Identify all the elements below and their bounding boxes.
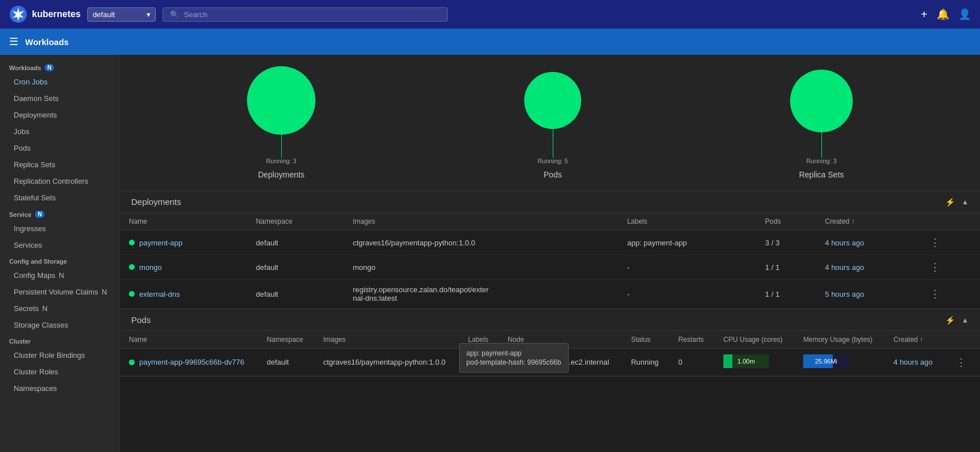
deployment-name-link[interactable]: external-dns [139,290,180,298]
kubernetes-logo-icon [9,5,27,23]
deployment-created-cell: 5 hours ago [816,280,917,309]
pods-collapse-icon[interactable]: ▲ [962,316,969,324]
pods-table-head: Name Namespace Images Labels Node Status… [120,331,980,349]
deployment-created-cell: 4 hours ago [816,255,917,280]
deployment-created-link[interactable]: 4 hours ago [825,263,864,272]
namespace-selector[interactable]: default ▾ [87,7,156,22]
sidebar-item-stateful-sets[interactable]: Stateful Sets [0,189,119,206]
user-avatar-icon[interactable]: 👤 [958,8,971,21]
sidebar-item-namespaces[interactable]: Namespaces [0,380,119,397]
navbar-actions: + 🔔 👤 [921,8,971,21]
pvc-badge: N [102,288,107,296]
sidebar-workloads-label: Workloads [9,64,41,71]
sidebar-item-cron-jobs[interactable]: Cron Jobs [0,74,119,90]
deployment-created-link[interactable]: 5 hours ago [825,290,864,298]
sidebar-item-pods[interactable]: Pods [0,140,119,156]
deployments-running-label: Running: 3 [266,158,296,164]
sidebar-item-cluster-role-bindings[interactable]: Cluster Role Bindings [0,347,119,364]
namespace-value: default [92,10,115,19]
charts-section: Running: 3 Deployments Running: 5 Pods R… [120,55,980,191]
pod-images-cell: ctgraves16/paymentapp-python:1.0.0 [314,349,459,376]
pods-table-body: payment-app-99695c66b-dv776 default ctgr… [120,349,980,376]
pods-circle-container: Running: 5 [524,72,581,166]
cpu-bar-fill [723,354,732,368]
pod-created-cell: 4 hours ago [884,349,943,376]
pod-col-labels: Labels [459,331,499,349]
hamburger-menu-icon[interactable]: ☰ [9,35,18,48]
sidebar-item-cluster-roles[interactable]: Cluster Roles [0,364,119,380]
deployment-name-link[interactable]: mongo [139,263,162,272]
pod-status-cell: Running [622,349,669,376]
deployments-filter-icon[interactable]: ⚡ [945,197,955,207]
notification-icon[interactable]: 🔔 [937,8,949,21]
pod-col-restarts: Restarts [669,331,714,349]
status-dot-running [129,360,135,365]
memory-bar-label: 25.96Mi [815,358,837,365]
pod-created-link[interactable]: 4 hours ago [893,358,933,366]
deployment-namespace-cell: default [247,280,344,309]
pod-actions-cell: ⋮ [943,349,980,376]
sidebar-item-pvc[interactable]: Persistent Volume Claims N [0,284,119,300]
cpu-bar-bg: 1.00m [723,354,769,368]
pods-circle [524,72,581,129]
sidebar-config-label: Config and Storage [9,258,67,265]
col-header-labels: Labels [618,213,756,231]
table-row: mongo default mongo - 1 / 1 4 hours ago … [120,255,980,280]
sidebar-item-secrets[interactable]: Secrets N [0,300,119,317]
brand-logo: kubernetes [9,5,80,23]
table-row: payment-app-99695c66b-dv776 default ctgr… [120,349,980,376]
deployment-more-button[interactable]: ⋮ [926,260,943,274]
deployment-more-button[interactable]: ⋮ [926,236,943,249]
pod-name-link[interactable]: payment-app-99695c66b-dv776 [139,358,244,366]
deployment-more-button[interactable]: ⋮ [926,287,943,301]
pod-col-images: Images [314,331,459,349]
pod-col-status: Status [622,331,669,349]
sidebar-cluster-section: Cluster [0,333,119,347]
deployments-circle [247,66,315,135]
pods-section-header: Pods ⚡ ▲ [120,309,980,331]
deployments-section-header: Deployments ⚡ ▲ [120,191,980,213]
app-layout: Workloads N Cron Jobs Daemon Sets Deploy… [0,55,980,452]
pod-more-button[interactable]: ⋮ [953,356,970,369]
deployments-section: Deployments ⚡ ▲ Name Namespace Images La… [120,191,980,309]
pod-col-actions [943,331,980,349]
pod-name-cell: payment-app-99695c66b-dv776 [120,349,257,376]
sidebar-item-replica-sets[interactable]: Replica Sets [0,156,119,173]
sidebar-item-deployments[interactable]: Deployments [0,107,119,123]
col-header-images: Images [343,213,618,231]
pod-col-namespace: Namespace [257,331,314,349]
sidebar-item-ingresses[interactable]: Ingresses [0,220,119,237]
pods-filter-icon[interactable]: ⚡ [945,316,955,325]
sidebar-item-jobs[interactable]: Jobs [0,123,119,140]
deployment-created-link[interactable]: 4 hours ago [825,239,864,247]
deployment-labels-cell: - [618,280,756,309]
deployment-name-link[interactable]: payment-app [139,239,183,247]
replica-sets-line [821,132,822,158]
pod-col-memory: Memory Usage (bytes) [794,331,884,349]
search-input[interactable] [184,10,440,19]
deployments-chart-title: Deployments [258,170,305,179]
col-header-pods: Pods [756,213,816,231]
section-header-bar: ☰ Workloads [0,29,980,55]
deployments-collapse-icon[interactable]: ▲ [962,198,969,206]
deployments-table: Name Namespace Images Labels Pods Create… [120,213,980,309]
deployment-labels-cell: - [618,255,756,280]
search-bar[interactable]: 🔍 [163,7,448,22]
add-button[interactable]: + [921,8,928,21]
svg-point-1 [17,13,20,16]
sidebar-item-replication-controllers[interactable]: Replication Controllers [0,173,119,189]
replica-sets-circle [790,70,853,132]
sidebar: Workloads N Cron Jobs Daemon Sets Deploy… [0,55,120,452]
sidebar-item-config-maps[interactable]: Config Maps N [0,267,119,284]
col-header-actions [917,213,980,231]
sidebar-service-section: Service N [0,206,119,220]
pods-line [553,129,553,158]
sidebar-item-daemon-sets[interactable]: Daemon Sets [0,90,119,107]
deployment-images-cell: mongo [343,255,618,280]
replica-sets-chart: Running: 3 Replica Sets [790,70,853,179]
sidebar-item-services[interactable]: Services [0,237,119,253]
service-badge: N [35,211,44,218]
sidebar-item-storage-classes[interactable]: Storage Classes [0,317,119,333]
sidebar-cluster-label: Cluster [9,338,31,345]
pods-section: Pods ⚡ ▲ Name Namespace Images Labels No… [120,309,980,377]
